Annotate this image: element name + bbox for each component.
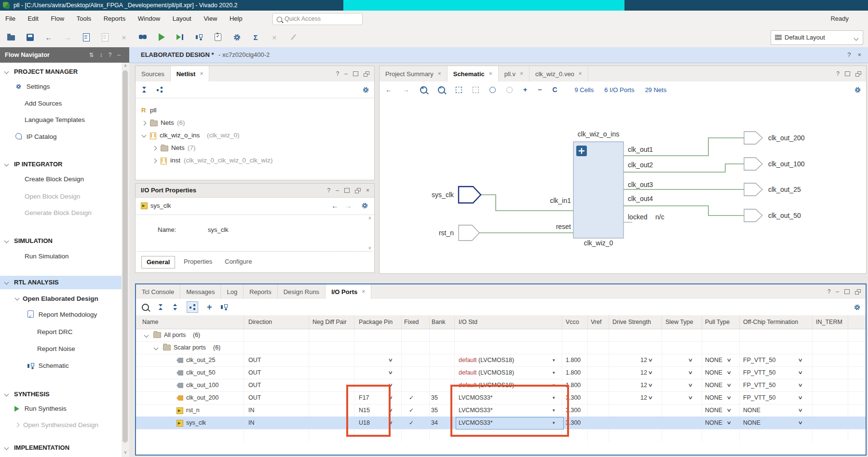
sidebar-item-open-block-design[interactable]: Open Block Design	[25, 191, 81, 202]
tab-io-ports[interactable]: I/O Ports×	[326, 284, 371, 299]
tab-reports[interactable]: Reports	[244, 284, 278, 299]
dropdown-icon[interactable]: ∨	[798, 391, 803, 404]
sum-icon[interactable]: Σ	[251, 33, 260, 41]
dropdown-icon[interactable]: ∨	[688, 391, 693, 404]
table-row-clk-out-50[interactable]: clk_out_50 OUT ∨ default (LVCMOS18) ▾ 1.…	[136, 366, 866, 379]
elaborate-icon[interactable]	[195, 33, 203, 41]
expand-all-icon[interactable]	[172, 304, 178, 310]
close-icon[interactable]: ×	[520, 67, 523, 81]
col-off-chip-termination[interactable]: Off-Chip Termination	[743, 315, 798, 329]
sidebar-item-settings[interactable]: Settings	[15, 81, 50, 93]
panel-settings-gear-icon[interactable]	[854, 299, 861, 315]
add-ports-icon[interactable]: +	[207, 302, 212, 312]
autofit-selection-icon[interactable]	[506, 87, 513, 93]
expand-cone-icon[interactable]: +	[523, 86, 527, 94]
sidebar-item-open-elaborated-design[interactable]: Open Elaborated Design	[15, 293, 98, 305]
menu-flow[interactable]: Flow	[46, 11, 69, 27]
dropdown-icon[interactable]: ∨	[388, 354, 393, 366]
delete-icon[interactable]: ×	[120, 33, 128, 41]
tab-configure[interactable]: Configure	[225, 256, 252, 268]
menu-file[interactable]: File	[0, 11, 21, 27]
zoom-fit-icon[interactable]	[456, 87, 462, 93]
port-clk-out-50[interactable]	[744, 209, 762, 222]
sidebar-item-create-block-design[interactable]: Create Block Design	[25, 174, 84, 185]
expand-block-icon[interactable]	[576, 146, 587, 156]
section-project-manager[interactable]: PROJECT MANAGER	[0, 66, 122, 78]
step-icon[interactable]	[176, 33, 185, 41]
dropdown-icon[interactable]: ∨	[688, 366, 693, 379]
col-drive-strength[interactable]: Drive Strength	[612, 315, 651, 329]
menu-view[interactable]: View	[198, 11, 222, 27]
quick-access-search[interactable]: Quick Access	[272, 13, 363, 25]
find-icon[interactable]	[138, 33, 147, 41]
sidebar-item-open-synthesized-design[interactable]: Open Synthesized Design	[15, 419, 98, 431]
help-icon[interactable]: ?	[108, 47, 112, 63]
tree-item-clk-wiz-o-ins[interactable]: clk_wiz_o_ins (clk_wiz_0)	[136, 130, 374, 141]
col-pull-type[interactable]: Pull Type	[705, 315, 730, 329]
zoom-in-icon[interactable]: +	[420, 86, 427, 94]
help-icon[interactable]: ?	[327, 187, 331, 194]
sidebar-item-generate-block-design[interactable]: Generate Block Design	[25, 207, 92, 219]
section-synthesis[interactable]: SYNTHESIS	[0, 388, 122, 401]
layout-selector[interactable]: Default Layout	[771, 30, 863, 45]
float-icon[interactable]	[855, 289, 861, 295]
search-icon[interactable]	[142, 304, 149, 311]
group-row-scalar-ports[interactable]: Scalar ports (6)	[136, 341, 866, 354]
dropdown-icon[interactable]: ∨	[726, 366, 732, 379]
sidebar-item-report-noise[interactable]: Report Noise	[37, 343, 75, 355]
dropdown-icon[interactable]: ▾	[553, 354, 555, 366]
dropdown-icon[interactable]: ∨	[648, 391, 653, 404]
redo-icon[interactable]: →	[63, 33, 72, 41]
group-row-all-ports[interactable]: All ports (6)	[136, 329, 866, 342]
col-bank[interactable]: Bank	[432, 315, 446, 329]
minimize-icon[interactable]: –	[117, 47, 121, 63]
float-icon[interactable]	[855, 71, 861, 77]
table-row-clk-out-25[interactable]: clk_out_25 OUT ∨ default (LVCMOS18) ▾ 1.…	[136, 354, 866, 367]
collapse-cone-icon[interactable]: −	[538, 86, 542, 94]
maximize-icon[interactable]	[844, 289, 850, 294]
tab-messages[interactable]: Messages	[180, 284, 221, 299]
dropdown-icon[interactable]: ∨	[726, 404, 732, 417]
copy-icon[interactable]	[82, 33, 91, 41]
dropdown-icon[interactable]: ∨	[688, 354, 693, 366]
col-neg-diff-pair[interactable]: Neg Diff Pair	[312, 315, 347, 329]
cut-icon[interactable]: ×	[270, 33, 279, 41]
tab-tcl-console[interactable]: Tcl Console	[136, 284, 180, 299]
close-icon[interactable]: ×	[579, 67, 582, 81]
menu-window[interactable]: Window	[133, 11, 165, 27]
group-by-icon[interactable]	[187, 301, 198, 313]
port-rst-n[interactable]	[459, 225, 479, 241]
close-icon[interactable]: ×	[200, 67, 203, 81]
open-project-icon[interactable]	[7, 33, 15, 41]
col-package-pin[interactable]: Package Pin	[359, 315, 393, 329]
chevron-right-icon[interactable]	[142, 121, 147, 126]
fixed-checkmark[interactable]: ✓	[409, 417, 414, 429]
tab-project-summary[interactable]: Project Summary×	[380, 66, 448, 81]
prev-object-icon[interactable]: ←	[331, 197, 339, 215]
dropdown-icon[interactable]: ∨	[798, 417, 803, 429]
section-implementation[interactable]: IMPLEMENTATION	[0, 442, 122, 454]
float-icon[interactable]	[355, 188, 361, 193]
col-name[interactable]: Name	[142, 315, 158, 329]
col-direction[interactable]: Direction	[248, 315, 272, 329]
panel-settings-gear-icon[interactable]	[361, 202, 368, 211]
sidebar-item-report-methodology[interactable]: Report Methodology	[27, 309, 97, 321]
collapse-all-icon[interactable]	[141, 87, 147, 93]
minimize-icon[interactable]: –	[344, 70, 348, 77]
dropdown-icon[interactable]: ∨	[798, 366, 803, 379]
close-icon[interactable]: ×	[366, 187, 369, 194]
chevron-right-icon[interactable]	[152, 159, 157, 163]
close-icon[interactable]: ×	[489, 67, 492, 81]
collapse-all-icon[interactable]	[158, 304, 163, 310]
scroll-down-icon[interactable]: ∨	[368, 245, 371, 250]
chevron-right-icon[interactable]	[152, 146, 157, 151]
scroll-down-icon[interactable]: ∨	[122, 450, 129, 457]
col-vcco[interactable]: Vcco	[566, 315, 579, 329]
tree-item-pll[interactable]: R pll	[136, 105, 374, 116]
menu-edit[interactable]: Edit	[23, 11, 44, 27]
panel-settings-gear-icon[interactable]	[854, 81, 861, 98]
dropdown-icon[interactable]: ∨	[726, 379, 732, 391]
zoom-selection-icon[interactable]	[473, 87, 479, 93]
col-in-term[interactable]: IN_TERM	[816, 315, 842, 329]
port-clk-out-25[interactable]	[744, 183, 762, 196]
